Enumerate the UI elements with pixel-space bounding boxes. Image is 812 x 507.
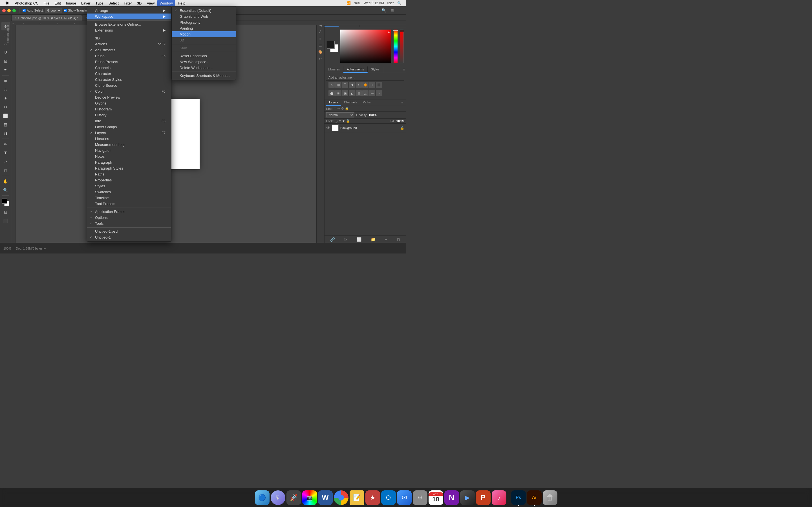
menubar-layer[interactable]: Layer [79, 0, 93, 6]
invert-adj[interactable]: ◐ [349, 90, 355, 96]
menu-layers[interactable]: ✓ Layers F7 [87, 130, 171, 136]
ws-graphic-web[interactable]: Graphic and Web [172, 13, 236, 19]
opacity-value[interactable]: 100% [368, 113, 376, 117]
menu-adjustments[interactable]: ✓ Adjustments [87, 47, 171, 53]
pen-tool[interactable]: ✏ [1, 140, 10, 149]
menu-properties[interactable]: Properties [87, 177, 171, 183]
menu-options[interactable]: ✓ Options [87, 215, 171, 221]
hsl-adj[interactable]: 🔶 [362, 82, 368, 88]
blend-mode-select[interactable]: Normal Multiply Screen Overlay [326, 112, 354, 117]
ws-photography[interactable]: Photography [172, 19, 236, 25]
menubar-view[interactable]: View [144, 0, 157, 6]
menu-untitled1[interactable]: ✓ Untitled-1 [87, 234, 171, 240]
clone-tool[interactable]: ✦ [1, 94, 10, 103]
brush-tool[interactable]: ⌂ [1, 86, 10, 94]
tab1-close[interactable]: × [15, 16, 17, 19]
eyedropper-tool[interactable]: ✒ [1, 66, 10, 74]
menu-extensions[interactable]: Extensions ▶ [87, 27, 171, 33]
ws-3d[interactable]: 3D [172, 37, 236, 43]
lock-move-btn[interactable]: ✛ [342, 119, 345, 123]
menu-measurement-log[interactable]: Measurement Log [87, 142, 171, 148]
photofiler-adj[interactable]: ⬤ [328, 90, 335, 96]
menu-layer-comps[interactable]: Layer Comps [87, 124, 171, 130]
eraser-tool[interactable]: ⬜ [1, 112, 10, 120]
layers-tab[interactable]: Layers [326, 100, 341, 106]
menu-navigator[interactable]: Navigator [87, 148, 171, 154]
lock-pixel-btn[interactable]: ✏ [339, 119, 341, 123]
menu-app-frame[interactable]: ✓ Application Frame [87, 209, 171, 215]
menu-untitled1-psd[interactable]: Untitled-1.psd [87, 228, 171, 234]
lock-all[interactable]: 🔒 [345, 107, 349, 110]
menu-notes[interactable]: Notes [87, 154, 171, 159]
menu-tool-presets[interactable]: Tool Presets [87, 201, 171, 207]
styles-tab[interactable]: Styles [368, 66, 383, 73]
menu-3d[interactable]: 3D [87, 35, 171, 41]
path-select-tool[interactable]: ↗ [1, 158, 10, 166]
menubar-image[interactable]: Image [64, 0, 79, 6]
menubar-filter[interactable]: Filter [121, 0, 134, 6]
add-style-btn[interactable]: fx [344, 237, 347, 242]
show-transform-input[interactable] [64, 9, 67, 12]
lock-position[interactable]: ✛ [341, 107, 344, 110]
tab-1[interactable]: × Untitled-1.psd @ 100% (Layer 1, RGB/8#… [11, 15, 82, 20]
threshold-adj[interactable]: △ [362, 90, 368, 96]
history-brush[interactable]: ↺ [1, 103, 10, 111]
text-tool[interactable]: T [1, 149, 10, 157]
dodge-tool[interactable]: ◑ [1, 129, 10, 137]
menu-timeline[interactable]: Timeline [87, 195, 171, 201]
autoselect-input[interactable] [22, 9, 26, 12]
autoselect-checkbox[interactable]: Auto-Select: Group Layer [22, 8, 61, 13]
colorbalance-adj[interactable]: ⊹ [369, 82, 375, 88]
exposure-adj[interactable]: ◑ [349, 82, 355, 88]
adjustments-tab[interactable]: Adjustments [343, 66, 368, 73]
curves-adj[interactable]: ⌒ [342, 82, 348, 88]
spotlight-icon[interactable]: 🔍 [397, 1, 402, 5]
menu-device-preview[interactable]: Device Preview [87, 94, 171, 100]
fill-value[interactable]: 100% [396, 119, 404, 123]
adj-panel-menu[interactable]: ≡ [402, 66, 406, 73]
menu-channels[interactable]: Channels [87, 65, 171, 71]
autoselect-select[interactable]: Group Layer [45, 8, 61, 13]
new-group-btn[interactable]: 📁 [371, 237, 375, 242]
menu-workspace[interactable]: Workspace ▶ [87, 13, 171, 19]
hue-slider[interactable] [394, 30, 398, 63]
paths-tab[interactable]: Paths [360, 100, 373, 106]
link-layers-btn[interactable]: 🔗 [330, 237, 335, 242]
properties-btn[interactable]: ☰ [317, 42, 323, 48]
levels-adj[interactable]: ▦ [335, 82, 342, 88]
adjustments-panel-btn[interactable]: A [317, 29, 323, 35]
posterize-adj[interactable]: ▤ [356, 90, 362, 96]
close-button[interactable] [2, 9, 6, 12]
menu-brush-presets[interactable]: Brush Presets [87, 59, 171, 65]
menu-arrange[interactable]: Arrange ▶ [87, 8, 171, 13]
lock-all-btn[interactable]: 🔒 [346, 119, 350, 123]
color-btn[interactable]: 🎨 [317, 49, 323, 55]
doc-info-arrow[interactable]: ▶ [44, 247, 46, 250]
delete-layer-btn[interactable]: 🗑 [396, 237, 400, 242]
healing-tool[interactable]: ⊕ [1, 76, 10, 85]
menu-color[interactable]: ✓ Color F6 [87, 89, 171, 94]
minimize-button[interactable] [7, 9, 11, 12]
ws-delete[interactable]: Delete Workspace... [172, 65, 236, 71]
menu-brush[interactable]: Brush F5 [87, 53, 171, 59]
quick-select-tool[interactable]: ⚲ [1, 48, 10, 57]
zoom-tool[interactable]: 🔍 [1, 186, 10, 194]
hand-tool[interactable]: ✋ [1, 177, 10, 186]
menubar-select[interactable]: Select [106, 0, 121, 6]
menu-libraries[interactable]: Libraries [87, 136, 171, 142]
menubar-help[interactable]: Help [175, 0, 188, 6]
menu-browse-extensions[interactable]: Browse Extensions Online... [87, 21, 171, 27]
shape-tool[interactable]: ◻ [1, 166, 10, 175]
lock-image[interactable]: ✏ [338, 107, 340, 110]
ws-essentials[interactable]: ✓ Essentials (Default) [172, 8, 236, 13]
layer-visibility-eye[interactable]: 👁 [326, 126, 330, 130]
ws-reset[interactable]: Reset Essentials [172, 53, 236, 59]
menu-glyphs[interactable]: Glyphs [87, 100, 171, 106]
layer-row-background[interactable]: 👁 Background 🔒 [324, 124, 406, 132]
lock-transparent-btn[interactable]: ⬚ [335, 119, 338, 123]
menu-paragraph-styles[interactable]: Paragraph Styles [87, 165, 171, 171]
fg-bg-colors[interactable] [1, 198, 10, 207]
ws-painting[interactable]: Painting [172, 25, 236, 31]
menu-character[interactable]: Character [87, 71, 171, 76]
apple-menu[interactable]: ⌘ [2, 1, 12, 5]
